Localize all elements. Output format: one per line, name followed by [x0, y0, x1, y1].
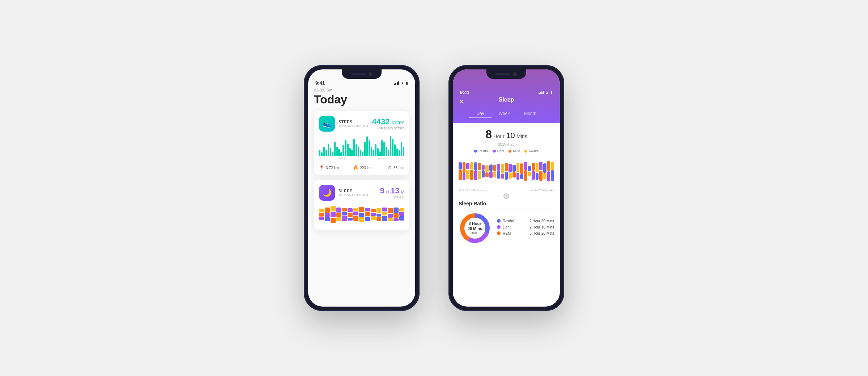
sleep-segment	[393, 208, 399, 213]
steps-bar	[390, 136, 391, 156]
sleep-segment-2	[470, 170, 473, 180]
sleep-col	[331, 205, 336, 225]
steps-bar	[369, 140, 370, 156]
sleep-segment	[376, 214, 382, 217]
tab-week[interactable]: Week	[492, 110, 517, 118]
signal-bar	[397, 82, 398, 85]
sleep-col-2	[512, 156, 516, 187]
tab-day[interactable]: Day	[469, 110, 491, 118]
sleep-col	[342, 205, 347, 225]
slider-dot[interactable]	[503, 193, 509, 199]
ratio-dot-light	[497, 225, 501, 229]
steps-bar	[321, 152, 323, 156]
steps-bar	[358, 147, 359, 156]
steps-bar	[356, 144, 357, 156]
sleep-segment-2	[489, 171, 493, 178]
legend-light: Light	[493, 149, 505, 153]
sleep-segment	[359, 213, 364, 217]
status-time-2: 9:41	[460, 90, 469, 95]
sleep-col-2	[543, 156, 546, 187]
steps-bar	[364, 142, 366, 156]
sleep-segment	[359, 217, 364, 222]
sleep-col-2	[501, 156, 504, 187]
steps-bar	[349, 148, 350, 156]
sleep-col	[393, 205, 399, 225]
sleep-segment-2	[539, 162, 542, 170]
close-button[interactable]: ✕	[459, 98, 464, 106]
sleep-col-2	[528, 156, 531, 187]
stat-distance: 📍 3.72 km	[319, 165, 339, 170]
sleep-col-2	[459, 156, 462, 187]
battery-icon-2: ▮	[550, 90, 553, 94]
steps-bar	[332, 151, 333, 156]
ratio-value-rem: 3 Hour 20 Mins	[529, 231, 554, 235]
legend-dot-restful	[474, 150, 477, 153]
sleep-col-2	[516, 156, 520, 187]
legend-awake: Awake	[524, 149, 539, 153]
notch-camera	[369, 72, 372, 76]
steps-bar	[345, 140, 346, 156]
phone2-content: 8 Hour 10 Mins 2019-4-23 Restful Light	[453, 123, 560, 249]
sleep-big-min: 10	[506, 131, 515, 140]
sleep-segment	[388, 208, 393, 214]
sleep-segment	[376, 217, 382, 221]
steps-chart: 00:00 06:00 12:00 18:00 24:00	[319, 134, 404, 160]
sleep-date: 2019-4-23	[459, 142, 554, 146]
sleep-end: 4/24 07:20 Awake	[531, 189, 554, 192]
steps-bar	[377, 148, 378, 156]
sleep-timeline: 4/23 23:10 Fall asleep 4/24 07:20 Awake	[459, 189, 554, 192]
steps-card-info: STEPS 2020-09-25 3:28 PM	[339, 120, 369, 128]
sleep-segment-2	[497, 164, 500, 171]
sleep-col	[388, 205, 393, 225]
sleep-unit-m: M	[401, 190, 404, 194]
sleep-segment-2	[478, 171, 481, 179]
slider-container	[459, 193, 554, 199]
signal-bar	[541, 91, 542, 94]
phone-1-notch	[342, 69, 382, 79]
today-title: Today	[314, 93, 409, 106]
sleep-segment	[371, 209, 376, 212]
tab-month[interactable]: Month	[517, 110, 543, 118]
sleep-segment	[325, 217, 330, 221]
steps-bar	[381, 140, 383, 156]
sleep-col-2	[474, 156, 477, 187]
donut-total-label: Total	[467, 231, 483, 235]
header-title-row: ✕ Sleep	[459, 97, 554, 107]
sleep-title: SLEEP	[339, 189, 376, 193]
sleep-segment-2	[474, 162, 477, 170]
signal-bar	[394, 84, 395, 85]
sleep-segment-2	[501, 174, 504, 179]
sleep-segment-2	[485, 165, 489, 172]
ratio-label-light: Light	[503, 225, 511, 229]
notch-speaker-2	[496, 73, 510, 75]
sleep-col	[325, 205, 330, 225]
sleep-segment	[371, 213, 376, 216]
signal-bar	[398, 81, 399, 85]
sleep-segment-2	[543, 173, 546, 179]
sleep-segment	[388, 218, 393, 221]
sleep-segment	[336, 208, 341, 213]
steps-bars	[319, 134, 404, 156]
steps-value-container: 4432 STEPS OF 10000 STEPS	[372, 117, 404, 130]
steps-sub: OF 10000 STEPS	[372, 127, 404, 130]
clock-icon: ⏱	[388, 165, 392, 170]
steps-bar	[394, 144, 396, 156]
battery-icon-1: ▮	[406, 81, 408, 85]
steps-bar	[383, 142, 385, 156]
ratio-value-light: 2 Hour 10 Mins	[529, 225, 554, 229]
sleep-segment-2	[551, 162, 554, 170]
steps-bar	[399, 150, 400, 156]
ratio-restful: Restful 2 Hour 30 Mins	[497, 219, 554, 223]
status-icons-2: ▲ ▮	[539, 90, 553, 94]
sleep-segment-2	[509, 164, 512, 172]
signal-bar	[395, 83, 396, 85]
date-label: 02-09, Sat	[314, 88, 409, 92]
sleep-segment	[382, 212, 387, 215]
sleep-col-2	[493, 156, 497, 187]
stat-calories: 🔥 223 kcal	[353, 165, 373, 170]
sleep-segment	[325, 208, 330, 213]
sleep-col-2	[478, 156, 481, 187]
ratio-value-restful: 2 Hour 30 Mins	[529, 219, 554, 223]
sleep-segment	[348, 213, 353, 217]
steps-bar	[351, 150, 353, 156]
